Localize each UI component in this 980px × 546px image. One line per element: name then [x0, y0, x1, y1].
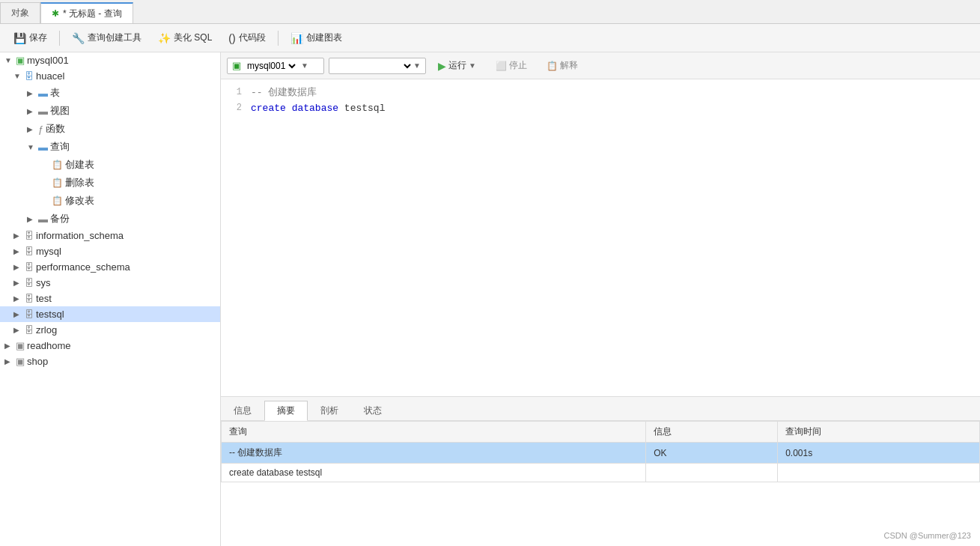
db-icon-info-schema: 🗄 — [25, 231, 34, 241]
sidebar-item-backup[interactable]: ▶ ▬ 备份 — [0, 210, 220, 228]
watermark: CSDN @Summer@123 — [884, 531, 971, 540]
tab-object-label: 对象 — [11, 7, 29, 19]
huacel-label: huacel — [36, 70, 64, 82]
beautify-button[interactable]: ✨ 美化 SQL — [150, 29, 219, 46]
sidebar-item-query-folder[interactable]: ▼ ▬ 查询 — [0, 138, 220, 156]
db-name-value: testsql — [344, 103, 386, 114]
sidebar-item-mysql001[interactable]: ▼ ▣ mysql001 — [0, 52, 220, 68]
create-chart-button[interactable]: 📊 创建图表 — [283, 29, 350, 46]
db-icon-zrlog: 🗄 — [25, 325, 34, 336]
keyword-database: database — [292, 103, 338, 114]
result-tab-profile[interactable]: 剖析 — [308, 401, 351, 420]
server-icon-shop: ▣ — [16, 356, 25, 367]
view-label: 视图 — [50, 104, 70, 118]
folder-icon-backup: ▬ — [38, 213, 48, 225]
code-block-button[interactable]: () 代码段 — [221, 29, 273, 46]
folder-icon-view: ▬ — [38, 106, 48, 117]
arrow-table: ▶ — [27, 89, 36, 97]
db-select[interactable]: mysql001 — [244, 60, 298, 72]
tab-query[interactable]: ✱ * 无标题 - 查询 — [40, 2, 133, 23]
main-toolbar: 💾 保存 🔧 查询创建工具 ✨ 美化 SQL () 代码段 📊 创建图表 — [0, 24, 980, 52]
arrow-mysql001: ▼ — [4, 56, 13, 64]
sidebar-item-test[interactable]: ▶ 🗄 test — [0, 291, 220, 306]
editor-area[interactable]: 1 -- 创建数据库 2 create database testsql — [221, 79, 980, 396]
sidebar-item-huacel[interactable]: ▼ 🗄 huacel — [0, 68, 220, 84]
table-selector[interactable]: ▼ — [329, 58, 426, 74]
run-button[interactable]: ▶ 运行 ▼ — [430, 57, 484, 74]
table-select[interactable] — [334, 60, 413, 72]
row2-query: create database testsql — [222, 464, 646, 482]
sidebar: ▼ ▣ mysql001 ▼ 🗄 huacel ▶ ▬ 表 ▶ ▬ 视图 ▶ ƒ… — [0, 52, 221, 546]
db-icon-perf-schema: 🗄 — [25, 262, 34, 273]
sidebar-item-shop[interactable]: ▶ ▣ shop — [0, 354, 220, 369]
code-block-icon: () — [228, 32, 235, 44]
sidebar-item-mysql-db[interactable]: ▶ 🗄 mysql — [0, 243, 220, 259]
db-icon-test: 🗄 — [25, 294, 34, 304]
arrow-backup: ▶ — [27, 215, 36, 223]
backup-label: 备份 — [50, 212, 70, 225]
result-tab-info[interactable]: 信息 — [221, 401, 264, 420]
query-create-button[interactable]: 🔧 查询创建工具 — [64, 29, 149, 46]
create-chart-icon: 📊 — [290, 32, 303, 44]
row2-info — [646, 464, 778, 482]
mysql-db-label: mysql — [36, 246, 61, 257]
run-dropdown-icon: ▼ — [469, 61, 476, 70]
explain-button[interactable]: 📋 解释 — [539, 57, 585, 74]
sidebar-item-func[interactable]: ▶ ƒ 函数 — [0, 120, 220, 138]
query-icon-modify: 📋 — [52, 195, 63, 206]
save-button[interactable]: 💾 保存 — [6, 29, 55, 46]
stop-icon: ⬜ — [496, 61, 507, 71]
arrow-view: ▶ — [27, 107, 36, 115]
folder-icon-table: ▬ — [38, 88, 48, 99]
table-row: create database testsql — [222, 464, 980, 482]
shop-label: shop — [27, 356, 48, 367]
tab-query-label: * 无标题 - 查询 — [63, 7, 122, 20]
tab-object[interactable]: 对象 — [0, 2, 40, 23]
row1-time: 0.001s — [778, 443, 980, 464]
info-schema-label: information_schema — [36, 230, 124, 241]
toolbar-divider-1 — [59, 31, 60, 46]
db-selector-dropdown-icon: ▼ — [301, 61, 308, 70]
sidebar-item-sys[interactable]: ▶ 🗄 sys — [0, 275, 220, 291]
sidebar-item-readhome[interactable]: ▶ ▣ readhome — [0, 338, 220, 354]
result-content: 查询 信息 查询时间 -- 创建数据库 OK 0.001s create dat… — [221, 421, 980, 546]
sidebar-item-modify-table[interactable]: ▶ 📋 修改表 — [0, 192, 220, 210]
stop-button[interactable]: ⬜ 停止 — [488, 57, 535, 74]
row1-query: -- 创建数据库 — [222, 443, 646, 464]
run-icon: ▶ — [438, 60, 446, 72]
result-table: 查询 信息 查询时间 -- 创建数据库 OK 0.001s create dat… — [221, 421, 980, 482]
test-label: test — [36, 293, 52, 304]
sidebar-item-info-schema[interactable]: ▶ 🗄 information_schema — [0, 228, 220, 243]
content-area: ▣ mysql001 ▼ ▼ ▶ 运行 ▼ ⬜ 停止 — [221, 52, 980, 546]
sidebar-item-delete-table[interactable]: ▶ 📋 删除表 — [0, 174, 220, 192]
sidebar-item-perf-schema[interactable]: ▶ 🗄 performance_schema — [0, 259, 220, 275]
sidebar-item-create-table[interactable]: ▶ 📋 创建表 — [0, 156, 220, 174]
top-tab-bar: 对象 ✱ * 无标题 - 查询 — [0, 0, 980, 24]
sidebar-item-zrlog[interactable]: ▶ 🗄 zrlog — [0, 322, 220, 338]
result-tab-summary[interactable]: 摘要 — [264, 401, 308, 421]
arrow-mysql-db: ▶ — [13, 247, 22, 255]
arrow-perf-schema: ▶ — [13, 263, 22, 271]
sidebar-item-view[interactable]: ▶ ▬ 视图 — [0, 102, 220, 120]
arrow-test: ▶ — [13, 294, 22, 303]
sidebar-item-table[interactable]: ▶ ▬ 表 — [0, 84, 220, 102]
save-icon: 💾 — [13, 32, 26, 44]
line-content-1: -- 创建数据库 — [251, 85, 317, 101]
arrow-sys: ▶ — [13, 279, 22, 287]
sidebar-item-testsql[interactable]: ▶ 🗄 testsql — [0, 306, 220, 322]
keyword-create: create — [251, 103, 286, 114]
func-label: 函数 — [46, 122, 65, 136]
db-selector[interactable]: ▣ mysql001 ▼ — [227, 58, 324, 74]
line-content-2: create database testsql — [251, 101, 385, 117]
row2-time — [778, 464, 980, 482]
db-selector-icon: ▣ — [232, 60, 241, 71]
result-tab-status[interactable]: 状态 — [351, 401, 395, 420]
db-icon-testsql: 🗄 — [25, 309, 34, 320]
col-header-query: 查询 — [222, 422, 646, 443]
table-row: -- 创建数据库 OK 0.001s — [222, 443, 980, 464]
line-num-1: 1 — [221, 85, 251, 100]
server-icon-mysql001: ▣ — [16, 55, 25, 66]
line-num-2: 2 — [221, 101, 251, 115]
folder-icon-query: ▬ — [38, 142, 48, 153]
testsql-label: testsql — [36, 309, 64, 320]
